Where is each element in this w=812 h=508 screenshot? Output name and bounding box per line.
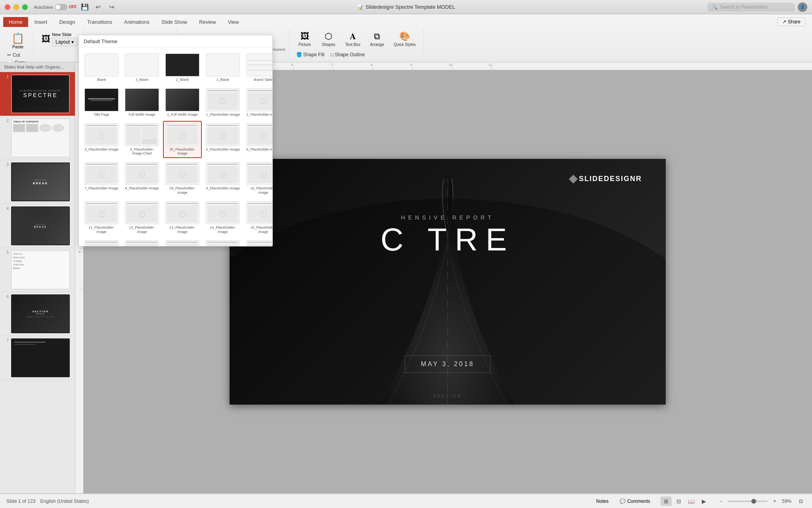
slide-canvas[interactable]: SLIDEDESIGNR HENSIVE REPORT C TRE MAY 3,…	[230, 159, 666, 405]
maximize-button[interactable]	[22, 4, 28, 10]
zoom-slider[interactable]	[728, 500, 768, 502]
quick-styles-button[interactable]: 🎨 Quick Styles	[390, 30, 420, 48]
layout-item-19placeholder[interactable]: + 19_Placeholder-Image	[244, 238, 272, 246]
layout-thumb-1blank	[206, 53, 240, 76]
svg-text:11: 11	[488, 63, 492, 67]
autosave-toggle[interactable]	[55, 4, 67, 10]
tab-home[interactable]: Home	[3, 17, 28, 27]
slide-thumb-6[interactable]: 6 SECTION BREAK Some descriptive text	[0, 292, 75, 336]
layout-item-12placeholder[interactable]: + 12_Placeholder-Image	[123, 199, 161, 237]
layout-dropdown[interactable]: Layout ▾	[52, 38, 77, 46]
layout-item-title[interactable]: Title Page	[82, 86, 121, 119]
layout-item-31placeholder[interactable]: + 31_Placeholder-Image	[163, 238, 202, 246]
layout-item-brand[interactable]: Brand Table	[244, 51, 272, 84]
layout-label-blank: Blank	[97, 78, 106, 82]
zoom-thumb[interactable]	[751, 499, 756, 504]
layout-thumb-blank	[84, 53, 119, 76]
layout-label-brand: Brand Table	[254, 78, 272, 82]
layout-item-blank[interactable]: Blank	[82, 51, 121, 84]
undo-icon[interactable]: ↩	[93, 2, 104, 13]
layout-item-29placeholder[interactable]: + 29_Placeholder-Image	[163, 160, 202, 197]
file-icon: 📊	[357, 4, 363, 10]
layout-item-full_width[interactable]: Full Width Image	[123, 86, 161, 119]
layout-item-7placeholder[interactable]: + 7_Placeholder-Image	[82, 160, 121, 197]
layout-item-17placeholder[interactable]: + 17_Placeholder-Image	[123, 238, 161, 246]
search-box[interactable]: 🔍 Search in Presentation	[707, 3, 795, 11]
layout-item-3placeholder[interactable]: + 3_Placeholder-Image	[82, 121, 121, 159]
layout-item-1placeholder[interactable]: + 1_Placeholder-Image	[203, 86, 242, 119]
paste-button[interactable]: 📋 Paste	[8, 31, 28, 51]
tab-slideshow[interactable]: Slide Show	[156, 17, 193, 27]
tab-animations[interactable]: Animations	[119, 17, 155, 27]
tab-insert[interactable]: Insert	[29, 17, 53, 27]
slide-thumb-4[interactable]: 4 SECTION BREAK	[0, 204, 75, 248]
notes-button[interactable]: Notes	[592, 498, 613, 505]
layout-item-1blank[interactable]: 1_Blank	[203, 51, 242, 84]
traffic-lights	[5, 4, 28, 10]
layout-item-5placeholder[interactable]: + 5_Placeholder-Image	[203, 121, 242, 159]
slide-preview-2: TABLE OF CONTENTS	[11, 118, 70, 157]
layout-item-1full[interactable]: 1_Full Width Image	[163, 86, 202, 119]
layout-item-16placeholder[interactable]: + 16_Placeholder-Image	[82, 238, 121, 246]
close-button[interactable]	[5, 4, 10, 10]
slide-sorter-button[interactable]: ⊟	[673, 497, 684, 506]
comments-button[interactable]: 💬 Comments	[616, 498, 654, 505]
layout-item-11placeholder[interactable]: + 11_Placeholder-Image	[82, 199, 121, 237]
arrange-icon: ⧉	[374, 31, 380, 42]
layout-item-18placeholder[interactable]: + 18_Placeholder-Image	[203, 238, 242, 246]
redo-icon[interactable]: ↪	[106, 2, 117, 13]
layout-item-15placeholder[interactable]: + 15_Placeholder-Image	[244, 199, 272, 237]
layout-item-4placeholder[interactable]: 4_Placeholder-Image-Chart	[123, 121, 161, 159]
layout-item-6placeholder[interactable]: + 6_Placeholder-Image	[244, 121, 272, 159]
layout-item-14placeholder[interactable]: + 14_Placeholder-Image	[203, 199, 242, 237]
slide-thumb-7[interactable]: 7	[0, 336, 75, 380]
cut-button[interactable]: ✂ Cut	[6, 52, 30, 59]
fit-slide-button[interactable]: ⊡	[796, 497, 806, 506]
view-controls: ⊞ ⊟ 📖 ▶	[661, 497, 710, 506]
layout-item-9placeholder[interactable]: + 9_Placeholder-Image	[203, 160, 242, 197]
layout-label-11placeholder: 11_Placeholder-Image	[84, 225, 119, 234]
layout-item-30placeholder[interactable]: + 30_Placeholder-Image	[163, 121, 202, 159]
tab-view[interactable]: View	[222, 17, 245, 27]
layout-item-8placeholder[interactable]: + 8_Placeholder-Image	[123, 160, 161, 197]
save-icon[interactable]: 💾	[79, 2, 90, 13]
layout-item-2placeholder[interactable]: + 2_Placeholder-Image	[244, 86, 272, 119]
layout-thumb-18placeholder: +	[206, 240, 240, 246]
layout-thumb-17placeholder: +	[125, 240, 159, 246]
arrange-button[interactable]: ⧉ Arrange	[366, 30, 388, 48]
layout-item-10placeholder[interactable]: + 10_Placeholder-Image	[244, 160, 272, 197]
presenter-view-button[interactable]: ▶	[699, 497, 710, 506]
minimize-button[interactable]	[13, 4, 19, 10]
tab-review[interactable]: Review	[193, 17, 222, 27]
layout-item-13placeholder[interactable]: + 13_Placeholder-Image	[163, 199, 202, 237]
slide-thumb-1[interactable]: 1 COMPREHENSIVE REPORT SPECTRE	[0, 72, 75, 116]
tab-design[interactable]: Design	[54, 17, 80, 27]
slide-info: Slide 1 of 123	[6, 498, 35, 504]
slide-thumb-5[interactable]: 5 THIS IS A NICE PLACE TO MAKE A SECTION…	[0, 248, 75, 292]
slide-preview-7	[11, 338, 70, 377]
zoom-percent: 59%	[782, 498, 791, 504]
slide-date[interactable]: MAY 3, 2018	[404, 355, 490, 373]
normal-view-button[interactable]: ⊞	[661, 497, 672, 506]
picture-button[interactable]: 🖼 Picture	[294, 30, 316, 48]
tab-transitions[interactable]: Transitions	[82, 17, 118, 27]
slide-thumb-2[interactable]: 2 TABLE OF CONTENTS	[0, 116, 75, 160]
cut-icon: ✂	[7, 52, 11, 58]
new-slide-button[interactable]: 🖼 New Slide Layout ▾	[38, 31, 80, 48]
zoom-out-button[interactable]: −	[716, 497, 726, 506]
user-avatar[interactable]: 👤	[798, 2, 807, 12]
reading-view-button[interactable]: 📖	[686, 497, 697, 506]
share-button[interactable]: ↗ Share	[777, 17, 806, 26]
share-icon: ↗	[782, 19, 786, 25]
shapes-button[interactable]: ⬡ Shapes	[318, 30, 340, 48]
svg-text:10: 10	[449, 63, 452, 67]
shape-fill-button[interactable]: 🪣 Shape Fill	[294, 50, 327, 59]
textbox-button[interactable]: 𝐀 Text Box	[341, 30, 364, 48]
shape-outline-button[interactable]: □ Shape Outline	[328, 50, 367, 59]
layout-item-3blank[interactable]: 3_Blank	[123, 51, 161, 84]
slide-preview-6: SECTION BREAK Some descriptive text	[11, 294, 70, 333]
zoom-in-button[interactable]: +	[770, 497, 779, 506]
slide-thumb-3[interactable]: 3 SECTION BREAK	[0, 160, 75, 204]
layout-item-2blank[interactable]: 2_Blank	[163, 51, 202, 84]
layout-label-3blank: 3_Blank	[136, 78, 149, 82]
